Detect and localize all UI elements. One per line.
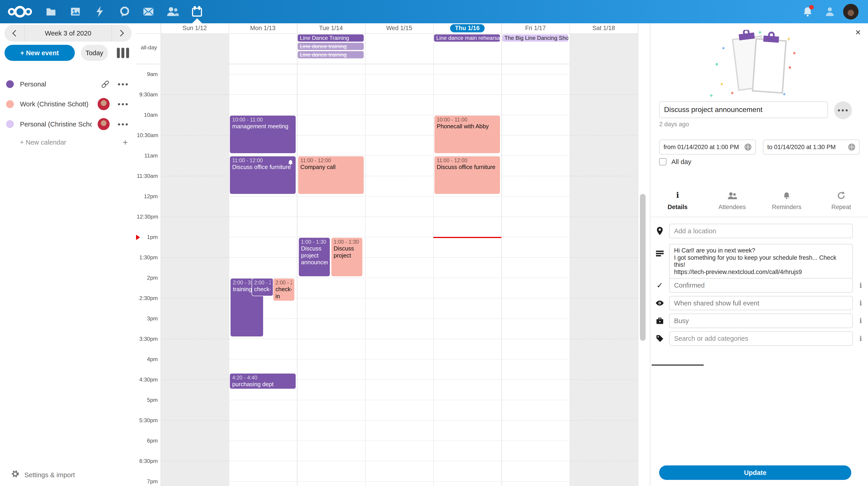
share-link-icon[interactable] [99,78,112,90]
view-toggle-icon[interactable] [117,48,129,58]
update-button[interactable]: Update [659,465,851,480]
plus-icon: + [123,137,128,147]
event-discuss-office-furniture[interactable]: 11:00 - 12:00Discuss office furniture [229,156,296,194]
day-header-fri[interactable]: Fri 1/17 [501,23,569,33]
files-icon[interactable] [39,0,63,23]
start-datetime-field[interactable]: from 01/14/2020 at 1:00 PM [659,140,756,154]
nextcloud-calendar-app: Week 3 of 2020 + New event Today Persona… [0,0,868,486]
activity-icon[interactable] [88,0,112,23]
photos-icon[interactable] [63,0,88,23]
event-check-in[interactable]: 2:00 - 2:30check-in [252,278,274,296]
time-label: 12:30pm [137,213,158,220]
weekend-column-shading [160,33,229,486]
all-day-event[interactable]: Line Dance Training [298,34,364,41]
calendar-item-work-christine[interactable]: Work (Christine Schott) ●●● [0,94,135,114]
tab-reminders[interactable]: Reminders [760,172,814,217]
active-app-notch [192,18,202,23]
contacts-menu-icon[interactable] [817,0,842,23]
all-day-event[interactable]: The Big Line Dancing Show [502,34,568,41]
status-select[interactable]: Confirmed [669,278,853,292]
column-divider [569,23,570,486]
column-divider [297,23,297,486]
new-calendar-button[interactable]: + New calendar + [0,134,135,151]
day-header-thu[interactable]: Thu 1/16 [433,23,502,33]
event-actions-button[interactable]: ●●● [834,102,852,119]
notification-badge [809,5,814,9]
calendar-actions-icon[interactable]: ●●● [118,121,129,127]
all-day-event[interactable]: Line dance training [298,51,364,58]
visibility-select[interactable]: When shared show full event [669,296,853,310]
user-avatar[interactable] [843,4,859,20]
all-day-event[interactable]: Line dance main rehearsal [434,34,500,41]
all-day-event[interactable]: Line dance training [298,43,364,50]
today-button[interactable]: Today [81,45,108,61]
time-gridline [160,461,638,461]
day-header-sat[interactable]: Sat 1/18 [569,23,638,33]
next-week-button[interactable] [112,25,132,41]
time-label: 2:30pm [137,295,158,302]
event-phonecall-with-abby[interactable]: 10:00 - 11:00Phonecall with Abby [434,115,500,154]
event-title-input[interactable] [659,102,828,118]
time-label: 2pm [137,275,158,281]
tab-label: Repeat [831,204,851,211]
location-input[interactable] [669,224,853,238]
week-label[interactable]: Week 3 of 2020 [24,25,112,41]
day-header-mon[interactable]: Mon 1/13 [229,23,297,33]
tab-details[interactable]: i Details [650,172,705,217]
mail-icon[interactable] [136,0,160,23]
tab-repeat[interactable]: Repeat [814,172,868,217]
clipboard-illustration [650,30,868,97]
weekend-column-shading [569,33,638,486]
time-label: 3:30pm [137,336,158,342]
status-info-icon[interactable]: i [853,282,868,289]
all-day-checkbox[interactable] [659,158,666,165]
day-header-sun[interactable]: Sun 1/12 [160,23,229,33]
details-info-icon: i [676,191,679,200]
settings-import-button[interactable]: Settings & import [0,467,135,483]
event-check-in[interactable]: 2:00 - 2:30check-in [273,278,295,301]
categories-input[interactable] [669,331,853,346]
new-event-button[interactable]: + New event [4,45,75,61]
notifications-bell-icon[interactable] [796,0,820,23]
day-header-wed[interactable]: Wed 1/15 [365,23,433,33]
event-purchasing-dept[interactable]: 4:20 - 4:40purchasing dept [229,373,296,389]
description-textarea[interactable]: Hi Carl! are you in next week? I got som… [669,244,853,279]
tab-label: Details [668,204,688,211]
timezone-globe-icon[interactable] [744,143,752,151]
chevron-left-icon [12,30,19,36]
event-discuss-office-furniture[interactable]: 11:00 - 12:00Discuss office furniture [434,156,500,194]
vertical-scrollbar[interactable] [640,194,645,341]
gear-icon [11,470,20,480]
calendar-actions-icon[interactable]: ●●● [118,101,129,107]
talk-icon[interactable] [112,0,137,23]
calendar-item-personal[interactable]: Personal ●●● [0,74,135,94]
time-gridline [160,94,638,95]
day-header-tue[interactable]: Tue 1/14 [297,23,365,33]
event-company-call[interactable]: 11:00 - 12:00Company call [298,156,364,194]
freebusy-select[interactable]: Busy [669,314,853,328]
event-discuss-project-announcement[interactable]: 1:00 - 1:30Discuss project announcement [298,237,330,277]
visibility-info-icon[interactable]: i [853,299,868,307]
visibility-eye-icon [650,300,669,306]
timezone-globe-icon[interactable] [848,143,855,151]
nextcloud-logo-icon[interactable] [6,0,33,23]
calendar-item-personal-christine[interactable]: Personal (Christine Scho...) ●●● [0,114,135,134]
time-label: 12pm [137,193,158,200]
freebusy-info-icon[interactable]: i [853,317,868,325]
column-divider [365,23,366,486]
calendar-actions-icon[interactable]: ●●● [118,81,129,87]
freebusy-briefcase-icon [650,317,669,324]
all-day-toggle[interactable]: All day [659,158,691,166]
all-day-label: all-day [139,44,159,51]
end-datetime-field[interactable]: to 01/14/2020 at 1:30 PM [763,140,860,154]
shared-by-avatar [98,98,110,110]
time-gridline [160,440,638,441]
tab-attendees[interactable]: Attendees [705,172,759,217]
contacts-icon[interactable] [160,0,185,23]
previous-week-button[interactable] [4,25,24,41]
event-discuss-project[interactable]: 1:00 - 1:30Discuss project [331,237,363,277]
categories-info-icon[interactable]: i [853,335,868,343]
calendar-color-dot [6,100,14,108]
event-management-meeting[interactable]: 10:00 - 11:00management meeting [229,115,296,154]
event-editor-panel: × [650,23,868,486]
